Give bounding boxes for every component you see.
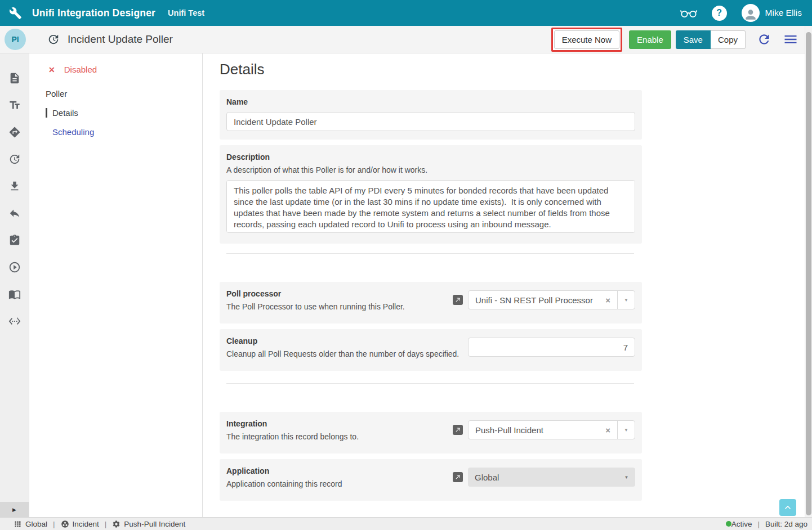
record-avatar[interactable]: PI — [5, 29, 26, 50]
wrench-logo-icon — [9, 7, 22, 20]
poll-processor-label: Poll processor — [226, 289, 405, 298]
text-fields-icon[interactable] — [0, 92, 29, 119]
name-field-group: Name — [220, 90, 642, 140]
chevron-up-icon — [785, 506, 791, 509]
application-help: Application containing this record — [226, 479, 342, 488]
record-toolbar: PI Incident Update Poller Execute Now En… — [0, 26, 812, 53]
chevron-down-icon[interactable]: ▼ — [617, 421, 635, 439]
nav-section-poller: Poller — [29, 89, 202, 98]
app-window: Unifi Integration Designer Unifi Test ? … — [0, 0, 812, 530]
user-avatar[interactable] — [742, 4, 760, 22]
poll-processor-value: Unifi - SN REST Poll Processor — [469, 295, 603, 305]
execute-now-button[interactable]: Execute Now — [554, 30, 619, 49]
separator: | — [105, 520, 107, 528]
name-input[interactable] — [226, 112, 635, 131]
build-status: Active | Built: 2d ago — [726, 520, 807, 528]
record-status-label: Disabled — [64, 65, 97, 74]
integration-value: Push-Pull Incident — [469, 425, 603, 435]
section-divider — [226, 383, 634, 384]
save-button[interactable]: Save — [676, 30, 711, 49]
gear-icon — [113, 520, 120, 527]
task-check-icon[interactable] — [0, 227, 29, 254]
apps-grid-icon — [15, 521, 21, 527]
user-name: Mike Ellis — [765, 8, 802, 18]
rail-expand-button[interactable]: ▶ — [0, 502, 29, 517]
scope-item[interactable]: Global — [14, 520, 47, 528]
application-select: Global ▼ — [468, 468, 635, 487]
description-help: A description of what this Poller is for… — [226, 165, 635, 174]
update-icon[interactable] — [0, 146, 29, 173]
integration-field-group: Integration The integration this record … — [220, 412, 642, 453]
directions-icon[interactable] — [0, 119, 29, 146]
nav-item-scheduling[interactable]: Scheduling — [46, 127, 202, 137]
name-label: Name — [226, 97, 635, 106]
cleanup-label: Cleanup — [226, 336, 459, 345]
details-form: Details Name Description A description o… — [203, 53, 812, 517]
environment-name: Unifi Test — [168, 8, 204, 17]
disabled-x-icon: ✕ — [48, 65, 55, 74]
app-title: Unifi Integration Designer — [32, 7, 155, 19]
document-icon[interactable] — [0, 65, 29, 92]
clear-icon[interactable]: × — [603, 295, 617, 305]
glasses-icon[interactable] — [679, 6, 698, 20]
process-item[interactable]: Incident — [61, 520, 99, 528]
icon-rail: ▶ — [0, 53, 29, 517]
application-value: Global — [468, 473, 618, 482]
reply-icon[interactable] — [0, 200, 29, 227]
built-label: Built: 2d ago — [765, 520, 807, 528]
incident-icon — [61, 520, 69, 528]
enable-button[interactable]: Enable — [629, 30, 671, 49]
application-field-group: Application Application containing this … — [220, 459, 642, 501]
chevron-down-icon[interactable]: ▼ — [617, 291, 635, 309]
refresh-button[interactable] — [757, 32, 771, 47]
active-label: Active — [731, 520, 752, 528]
help-icon[interactable]: ? — [712, 6, 727, 21]
book-icon[interactable] — [0, 281, 29, 308]
open-reference-icon[interactable] — [453, 295, 463, 305]
record-status: ✕ Disabled — [29, 65, 202, 74]
save-copy-group: Save Copy — [676, 30, 746, 49]
nav-item-details[interactable]: Details — [46, 108, 202, 118]
scroll-to-top-button[interactable] — [779, 499, 796, 516]
separator: | — [53, 520, 55, 528]
execute-now-highlight: Execute Now — [551, 28, 622, 52]
poll-processor-select[interactable]: Unifi - SN REST Poll Processor × ▼ — [468, 290, 635, 309]
cleanup-help: Cleanup all Poll Requests older than the… — [226, 349, 459, 358]
description-field-group: Description A description of what this P… — [220, 145, 642, 244]
scope-label: Global — [25, 520, 47, 528]
poll-processor-field-group: Poll processor The Poll Processor to use… — [220, 282, 642, 324]
clear-icon[interactable]: × — [603, 425, 617, 435]
section-divider — [226, 253, 634, 254]
open-reference-icon[interactable] — [453, 425, 463, 435]
process-label: Incident — [73, 520, 99, 528]
scrollbar-thumb[interactable] — [806, 32, 811, 515]
download-icon[interactable] — [0, 173, 29, 200]
menu-icon[interactable] — [783, 32, 798, 47]
integration-help: The integration this record belongs to. — [226, 432, 359, 441]
open-reference-icon[interactable] — [453, 472, 463, 482]
poll-processor-help: The Poll Processor to use when running t… — [226, 302, 405, 311]
top-app-bar: Unifi Integration Designer Unifi Test ? … — [0, 0, 812, 26]
status-bar: Global | Incident | Push-Pull Incident A… — [0, 517, 812, 530]
description-textarea[interactable]: This poller polls the table API of my PD… — [226, 180, 635, 233]
page-scrollbar[interactable] — [805, 26, 812, 517]
active-status-dot — [726, 521, 731, 527]
play-circle-icon[interactable] — [0, 254, 29, 281]
integration-select[interactable]: Push-Pull Incident × ▼ — [468, 420, 635, 439]
record-title: Incident Update Poller — [68, 33, 173, 46]
separator: | — [757, 520, 760, 528]
application-label: Application — [226, 466, 342, 475]
integration-label: Integration — [226, 419, 359, 428]
copy-button[interactable]: Copy — [711, 30, 746, 49]
page-title: Details — [220, 61, 812, 78]
code-icon[interactable] — [0, 308, 29, 335]
chevron-down-icon: ▼ — [618, 468, 635, 487]
cleanup-field-group: Cleanup Cleanup all Poll Requests older … — [220, 329, 642, 371]
integration-item[interactable]: Push-Pull Incident — [112, 520, 185, 528]
poller-type-icon — [47, 33, 60, 46]
cleanup-input[interactable] — [468, 338, 635, 357]
description-label: Description — [226, 152, 635, 161]
record-nav-panel: ✕ Disabled Poller Details Scheduling — [29, 53, 203, 517]
integration-label: Push-Pull Incident — [124, 520, 185, 528]
